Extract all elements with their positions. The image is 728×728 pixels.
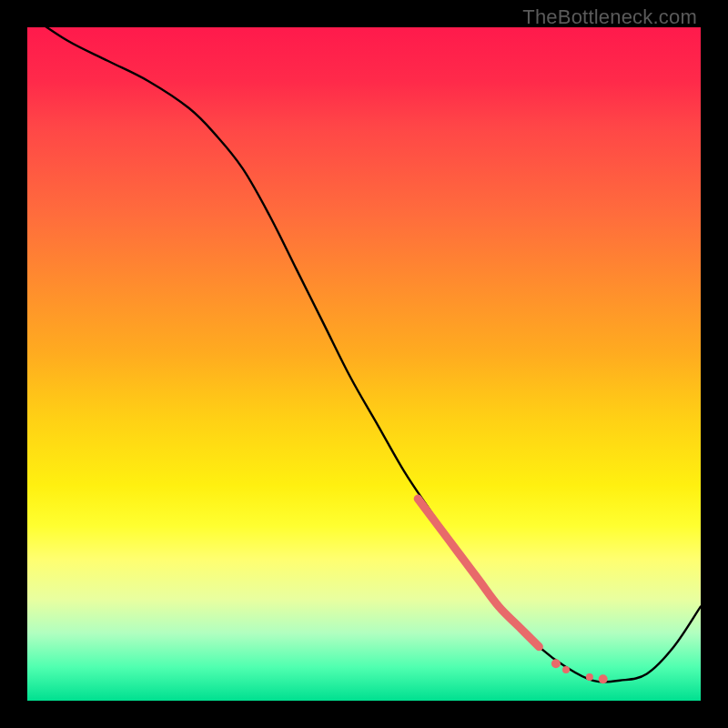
chart-svg xyxy=(27,27,701,701)
highlight-layer xyxy=(418,499,539,647)
points-layer xyxy=(551,659,608,683)
watermark-text: TheBottleneck.com xyxy=(522,5,697,29)
outer-frame: TheBottleneck.com xyxy=(0,0,728,728)
primary-highlight xyxy=(418,499,539,647)
plot-area xyxy=(27,27,701,701)
dot-3 xyxy=(586,673,593,681)
dot-1 xyxy=(551,659,561,668)
dot-2 xyxy=(562,666,570,673)
curve-layer xyxy=(27,27,701,682)
bottleneck-curve xyxy=(27,27,701,682)
dot-4 xyxy=(599,674,608,683)
